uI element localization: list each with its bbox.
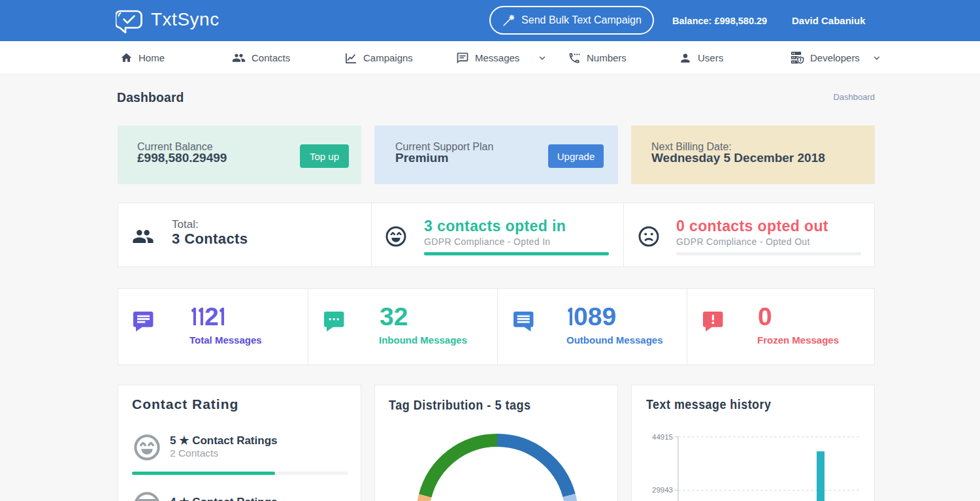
svg-text:29943: 29943 [652, 486, 673, 494]
svg-text:44915: 44915 [652, 433, 673, 441]
